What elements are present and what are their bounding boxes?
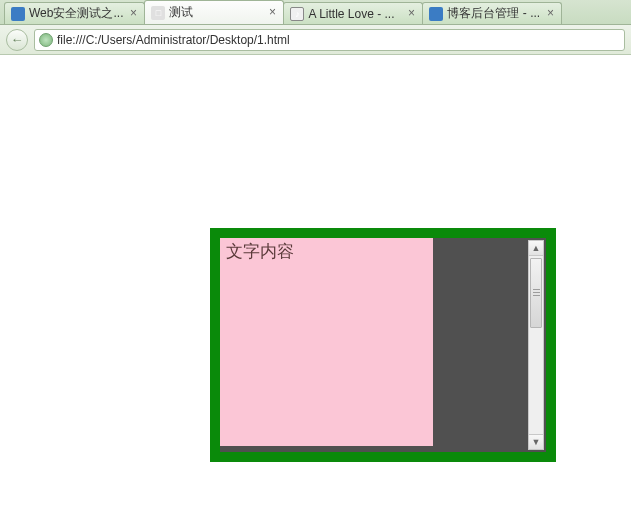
scroll-grip-icon <box>533 289 540 297</box>
browser-tab[interactable]: ♪ A Little Love - ... × <box>283 2 423 24</box>
content-text: 文字内容 <box>226 242 294 261</box>
back-arrow-icon: ← <box>11 32 24 47</box>
browser-tab[interactable]: 博客后台管理 - ... × <box>422 2 562 24</box>
file-icon: □ <box>151 6 165 20</box>
scroll-track[interactable] <box>529 256 543 434</box>
back-button[interactable]: ← <box>6 29 28 51</box>
browser-tab-bar: Web安全测试之... × □ 测试 × ♪ A Little Love - .… <box>0 0 631 25</box>
pink-content-box: 文字内容 <box>220 238 433 446</box>
page-viewport: 文字内容 ▲ ▼ <box>0 55 631 505</box>
browser-nav-row: ← <box>0 25 631 55</box>
close-icon[interactable]: × <box>404 7 418 21</box>
globe-icon <box>39 33 53 47</box>
browser-tab[interactable]: Web安全测试之... × <box>4 2 145 24</box>
close-icon[interactable]: × <box>126 7 140 21</box>
tab-title: A Little Love - ... <box>308 7 401 21</box>
music-icon: ♪ <box>290 7 304 21</box>
close-icon[interactable]: × <box>543 7 557 21</box>
address-bar[interactable] <box>34 29 625 51</box>
scroll-down-button[interactable]: ▼ <box>529 434 543 449</box>
scroll-thumb[interactable] <box>530 258 542 328</box>
site-icon <box>429 7 443 21</box>
scroll-up-button[interactable]: ▲ <box>529 241 543 256</box>
vertical-scrollbar[interactable]: ▲ ▼ <box>528 240 544 450</box>
tab-title: Web安全测试之... <box>29 5 123 22</box>
tab-title: 博客后台管理 - ... <box>447 5 540 22</box>
url-input[interactable] <box>57 33 620 47</box>
close-icon[interactable]: × <box>265 6 279 20</box>
browser-tab[interactable]: □ 测试 × <box>144 0 284 24</box>
tab-title: 测试 <box>169 4 262 21</box>
gray-panel: 文字内容 ▲ ▼ <box>220 238 546 452</box>
site-icon <box>11 7 25 21</box>
green-frame: 文字内容 ▲ ▼ <box>210 228 556 462</box>
